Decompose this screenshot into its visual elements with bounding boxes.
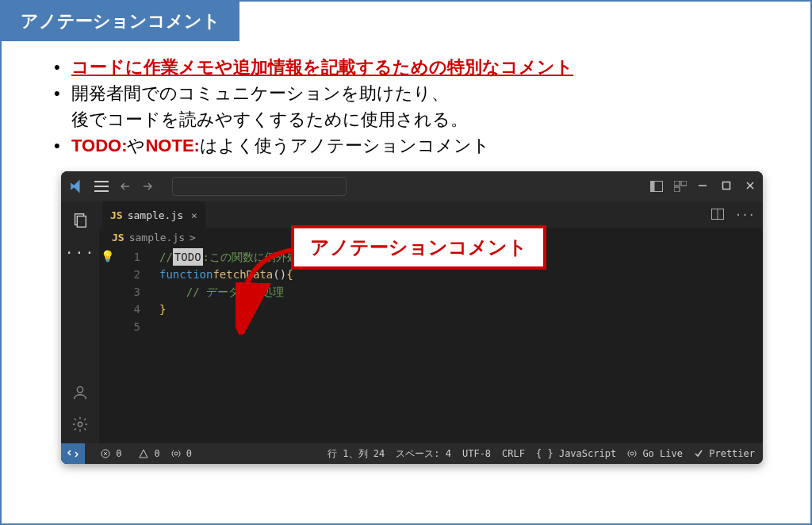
svg-rect-3 (681, 181, 687, 186)
layout-panel-icon[interactable] (650, 181, 663, 192)
vscode-window: ··· JS sample.js × ··· (61, 171, 763, 464)
prettier-status[interactable]: Prettier (694, 448, 755, 459)
more-icon[interactable]: ··· (69, 241, 91, 263)
svg-rect-2 (674, 181, 680, 186)
line-number: 5 (118, 318, 140, 335)
eol[interactable]: CRLF (502, 448, 525, 459)
settings-gear-icon[interactable] (69, 413, 91, 435)
tab-label: sample.js (128, 209, 183, 221)
bullet-3-mid: や (127, 136, 145, 155)
bullet-2-line2: 後でコードを読みやすくするために使用される。 (71, 109, 468, 129)
encoding[interactable]: UTF-8 (462, 448, 491, 459)
titlebar (61, 171, 763, 201)
bullet-3-note: NOTE: (145, 136, 199, 155)
chevron-right-icon: > (190, 232, 196, 243)
tab-sample-js[interactable]: JS sample.js × (102, 201, 205, 228)
lightbulb-icon[interactable]: 💡 (101, 250, 114, 262)
js-file-icon: JS (110, 209, 123, 221)
svg-rect-4 (674, 187, 680, 192)
nav-forward-icon[interactable] (142, 181, 153, 192)
maximize-icon[interactable] (722, 180, 731, 193)
bullet-3: TODO:やNOTE:はよく使うアノテーションコメント (49, 132, 763, 159)
todo-highlight: TODO (173, 248, 203, 266)
activity-bar: ··· (61, 201, 99, 443)
breadcrumb-file: sample.js (129, 232, 185, 243)
bullet-2: 開発者間でのコミュニケーションを助けたり、 後でコードを読みやすくするために使用… (49, 80, 763, 132)
ports-indicator[interactable]: 0 (171, 448, 192, 459)
bullet-1-text: コードに作業メモや追加情報を記載するための特別なコメント (71, 57, 573, 77)
svg-point-13 (174, 452, 178, 455)
statusbar: 0 0 0 行 1、列 24 スペース: 4 UTF-8 CRLF { } Ja… (61, 443, 763, 464)
svg-rect-7 (77, 217, 86, 228)
cursor-position[interactable]: 行 1、列 24 (327, 447, 385, 461)
section-header: アノテーションコメント (2, 2, 239, 41)
bullet-1: コードに作業メモや追加情報を記載するための特別なコメント (49, 54, 763, 80)
explorer-icon[interactable] (69, 209, 91, 232)
line-number: 1 (118, 248, 140, 266)
callout-label: アノテーションコメント (310, 236, 527, 258)
js-file-icon: JS (112, 232, 124, 243)
line-number: 4 (118, 301, 140, 318)
section-title: アノテーションコメント (21, 11, 220, 31)
bullet-3-tail: はよく使うアノテーションコメント (200, 136, 490, 155)
tab-close-icon[interactable]: × (191, 209, 197, 221)
command-center[interactable] (172, 177, 347, 196)
annotation-callout: アノテーションコメント (291, 225, 546, 270)
nav-back-icon[interactable] (120, 181, 131, 192)
indentation[interactable]: スペース: 4 (396, 447, 451, 461)
remote-indicator[interactable] (61, 443, 85, 464)
more-actions-icon[interactable]: ··· (735, 209, 755, 222)
bullet-3-todo: TODO: (71, 136, 127, 155)
svg-rect-5 (723, 182, 730, 190)
vscode-logo-icon (69, 179, 83, 194)
content-area: コードに作業メモや追加情報を記載するための特別なコメント 開発者間でのコミュニケ… (2, 41, 810, 159)
menu-icon[interactable] (94, 181, 109, 192)
code-line-3: 3 // データ取得処理 (99, 283, 763, 301)
line-number: 2 (118, 266, 140, 283)
code-line-5: 5 (99, 318, 763, 335)
line-number: 3 (118, 283, 140, 301)
minimize-icon[interactable] (698, 180, 707, 193)
layout-grid-icon[interactable] (674, 181, 687, 192)
svg-rect-1 (651, 182, 655, 192)
svg-point-8 (77, 387, 82, 393)
close-icon[interactable] (745, 180, 755, 193)
go-live[interactable]: Go Live (627, 448, 683, 459)
code-line-4: 4 } (99, 301, 763, 318)
editor-tabs: JS sample.js × ··· (99, 201, 763, 228)
code-editor[interactable]: 💡 1 // TODO: この関数に例外処理を追加する 2 function f… (99, 247, 763, 443)
bullet-2-line1: 開発者間でのコミュニケーションを助けたり、 (71, 83, 449, 103)
split-editor-icon[interactable] (711, 209, 724, 222)
problems-indicator[interactable]: 0 0 (101, 448, 160, 459)
language-mode[interactable]: { } JavaScript (536, 448, 616, 459)
bullet-list: コードに作業メモや追加情報を記載するための特別なコメント 開発者間でのコミュニケ… (49, 54, 763, 159)
svg-point-9 (78, 422, 82, 427)
account-icon[interactable] (69, 381, 91, 404)
svg-point-14 (630, 452, 634, 455)
